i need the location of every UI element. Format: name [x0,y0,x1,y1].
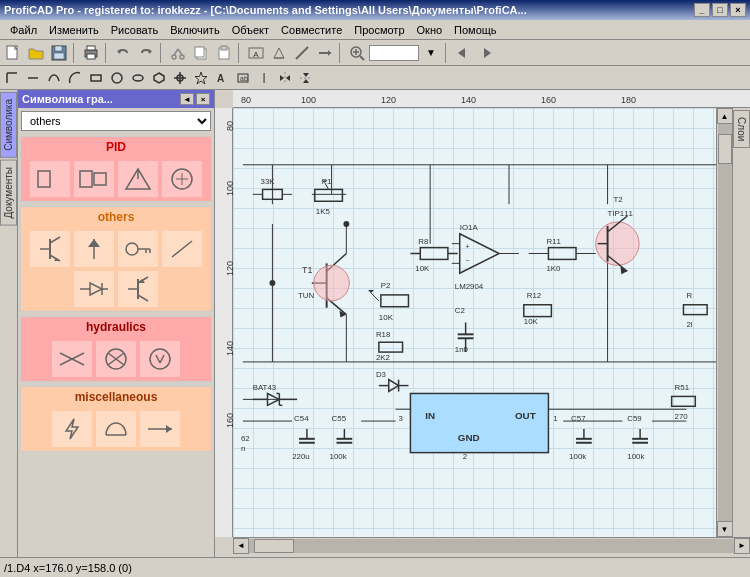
symbol-others-transistor2[interactable] [118,271,158,307]
symbol-others-transistor[interactable] [30,231,70,267]
menu-file[interactable]: Файл [4,22,43,38]
insert-symbol-2[interactable] [268,42,290,64]
copy-button[interactable] [190,42,212,64]
nav-button-1[interactable] [452,42,474,64]
scroll-right-button[interactable]: ► [734,538,750,554]
category-hydraulics-items [21,337,211,381]
open-button[interactable] [25,42,47,64]
svg-text:BAT43: BAT43 [253,383,277,392]
tool-cross[interactable] [170,68,190,88]
svg-point-66 [126,243,138,255]
svg-point-9 [172,55,176,59]
symbol-pid-2[interactable] [74,161,114,197]
symbol-hydraulics-3[interactable] [140,341,180,377]
scroll-track-v[interactable] [718,124,732,521]
zoom-dropdown[interactable]: ▼ [420,42,442,64]
right-panel: Слои [732,108,750,537]
insert-symbol-4[interactable] [314,42,336,64]
menu-include[interactable]: Включить [164,22,225,38]
menu-edit[interactable]: Изменить [43,22,105,38]
menu-help[interactable]: Помощь [448,22,503,38]
symbol-misc-lightning[interactable] [52,411,92,447]
symbol-others-arrow-up[interactable] [74,231,114,267]
tool-text[interactable]: A [212,68,232,88]
svg-marker-158 [389,380,399,392]
symbol-others-slash[interactable] [162,231,202,267]
tool-ellipse[interactable] [128,68,148,88]
zoom-in-button[interactable] [346,42,368,64]
svg-text:2: 2 [463,452,467,461]
redo-button[interactable] [135,42,157,64]
category-others-header[interactable]: others [21,207,211,227]
svg-rect-2 [55,46,62,51]
nav-button-2[interactable] [475,42,497,64]
tool-curve[interactable] [44,68,64,88]
panel-dock-button[interactable]: ◄ [180,93,194,105]
category-dropdown[interactable]: others PID hydraulics miscellaneous [21,111,211,131]
menu-view[interactable]: Просмотр [348,22,410,38]
symbol-pid-4[interactable] [162,161,202,197]
symbol-misc-arrow[interactable] [140,411,180,447]
svg-text:R51: R51 [675,383,689,392]
svg-point-35 [112,73,122,83]
tool-rect[interactable] [86,68,106,88]
category-misc-header[interactable]: miscellaneous [21,387,211,407]
tool-line[interactable] [23,68,43,88]
tool-select[interactable] [2,68,22,88]
scroll-up-button[interactable]: ▲ [717,108,733,124]
paste-button[interactable] [213,42,235,64]
tool-star[interactable] [191,68,211,88]
svg-marker-41 [195,72,207,84]
menu-object[interactable]: Объект [226,22,275,38]
minimize-button[interactable]: _ [694,3,710,17]
insert-symbol-3[interactable] [291,42,313,64]
tool-mirror-h[interactable] [275,68,295,88]
new-button[interactable] [2,42,24,64]
scroll-track-h[interactable] [249,539,734,553]
tool-circle[interactable] [107,68,127,88]
tool-text2[interactable]: ab [233,68,253,88]
maximize-button[interactable]: □ [712,3,728,17]
tool-arc[interactable] [65,68,85,88]
symbol-pid-1[interactable] [30,161,70,197]
scroll-thumb-v[interactable] [718,134,732,164]
scroll-down-button[interactable]: ▼ [717,521,733,537]
symbol-hydraulics-2[interactable] [96,341,136,377]
category-pid-header[interactable]: PID [21,137,211,157]
status-text: /1.D4 x=176.0 y=158.0 (0) [4,562,132,574]
symbol-hydraulics-1[interactable] [52,341,92,377]
undo-button[interactable] [112,42,134,64]
tool-mirror-v[interactable] [296,68,316,88]
symbol-misc-dome[interactable] [96,411,136,447]
close-button[interactable]: × [730,3,746,17]
svg-marker-19 [274,48,284,58]
symbol-pid-3[interactable] [118,161,158,197]
symbol-others-key[interactable] [118,231,158,267]
print-button[interactable] [80,42,102,64]
vertical-scrollbar[interactable]: ▲ ▼ [716,108,732,537]
menu-draw[interactable]: Рисовать [105,22,165,38]
tab-symbology[interactable]: Символика [0,92,17,158]
svg-text:n: n [241,444,245,453]
drawing-canvas[interactable]: T1 TUN R8 10K + − IO1A LM2904 [233,108,716,537]
ruler-mark-160: 160 [541,95,556,105]
cut-button[interactable] [167,42,189,64]
svg-marker-8 [148,49,152,54]
insert-symbol-1[interactable]: A [245,42,267,64]
symbol-others-diode[interactable] [74,271,114,307]
scroll-left-button[interactable]: ◄ [233,538,249,554]
tab-layers[interactable]: Слои [733,110,750,148]
tab-documents[interactable]: Документы [0,160,17,226]
category-hydraulics-header[interactable]: hydraulics [21,317,211,337]
menu-combine[interactable]: Совместите [275,22,348,38]
svg-text:1K0: 1K0 [546,264,561,273]
panel-close-button[interactable]: × [196,93,210,105]
horizontal-scrollbar[interactable]: ◄ ► [233,537,750,553]
save-button[interactable] [48,42,70,64]
svg-rect-5 [87,46,95,50]
svg-rect-134 [548,248,576,260]
menu-window[interactable]: Окно [411,22,449,38]
zoom-input[interactable]: 75% [369,45,419,61]
tool-polygon[interactable] [149,68,169,88]
scroll-thumb-h[interactable] [254,539,294,553]
